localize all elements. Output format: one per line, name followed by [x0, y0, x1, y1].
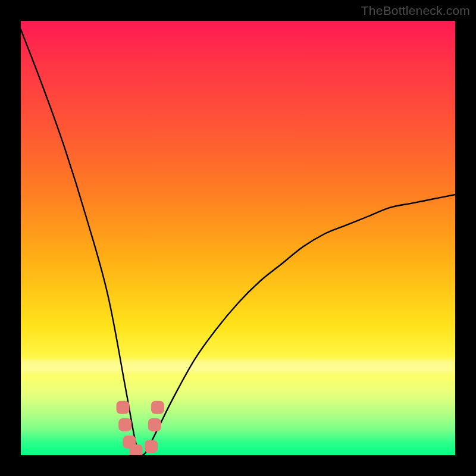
- curve-marker: [145, 440, 158, 453]
- curve-layer: [21, 21, 455, 455]
- curve-marker: [118, 418, 131, 431]
- chart-frame: TheBottleneck.com: [0, 0, 476, 476]
- curve-marker: [117, 401, 130, 414]
- marker-group: [117, 401, 164, 455]
- curve-marker: [151, 401, 164, 414]
- watermark-text: TheBottleneck.com: [361, 4, 470, 18]
- curve-marker: [130, 444, 143, 455]
- bottleneck-curve: [21, 30, 455, 455]
- curve-marker: [148, 418, 161, 431]
- plot-area: [21, 21, 455, 455]
